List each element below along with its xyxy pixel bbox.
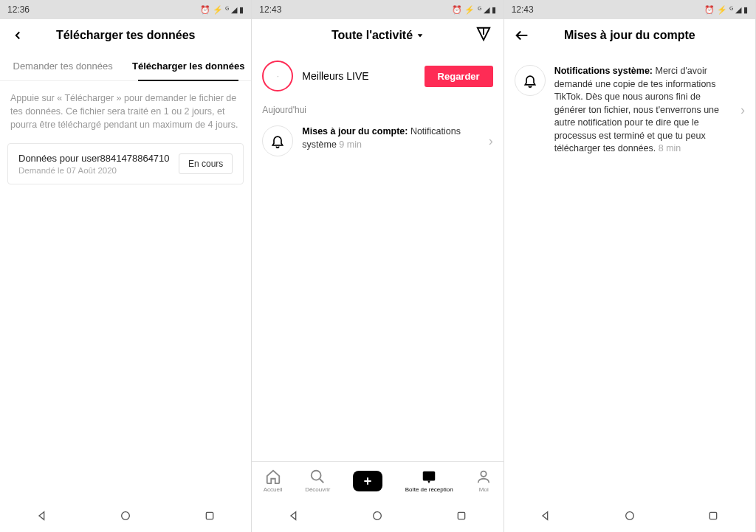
section-today: Aujourd'hui xyxy=(252,100,503,118)
tabs: Demander tes données Télécharger les don… xyxy=(0,52,251,81)
nav-home-icon[interactable] xyxy=(371,510,383,522)
tab-create[interactable] xyxy=(353,471,382,491)
svg-rect-15 xyxy=(458,512,464,519)
tab-inbox[interactable]: Boîte de réception xyxy=(405,469,453,493)
notification-time: 9 min xyxy=(337,139,362,150)
screen-download-data: 12:36 ⏰ ⚡ ᴳ ◢ ▮ Télécharger tes données … xyxy=(0,0,252,532)
activity-dropdown-label: Toute l'activité xyxy=(331,29,413,42)
home-icon xyxy=(265,469,281,485)
nav-home-icon[interactable] xyxy=(120,510,131,522)
inbox-icon xyxy=(421,469,437,485)
notification-row[interactable]: Notifications système: Merci d'avoir dem… xyxy=(504,52,755,163)
tab-inbox-label: Boîte de réception xyxy=(405,486,453,493)
nav-back-icon[interactable] xyxy=(288,510,300,522)
android-nav xyxy=(252,500,503,532)
tab-home-label: Accueil xyxy=(264,486,283,493)
search-icon xyxy=(309,469,326,485)
notification-bold: Mises à jour du compte: xyxy=(302,126,408,137)
notification-text: Notifications système: Merci d'avoir dem… xyxy=(554,65,732,156)
svg-point-12 xyxy=(481,471,487,477)
status-time: 12:36 xyxy=(7,4,30,15)
svg-marker-13 xyxy=(291,512,296,520)
status-bar: 12:36 ⏰ ⚡ ᴳ ◢ ▮ xyxy=(0,0,251,19)
svg-line-7 xyxy=(320,479,324,483)
android-nav xyxy=(0,500,251,532)
profile-icon xyxy=(475,469,492,485)
notification-body: Merci d'avoir demandé une copie de tes i… xyxy=(554,66,719,153)
svg-rect-10 xyxy=(423,471,436,481)
header: Toute l'activité xyxy=(252,19,503,52)
svg-marker-0 xyxy=(39,512,44,520)
nav-back-icon[interactable] xyxy=(36,510,48,522)
svg-point-14 xyxy=(374,512,382,520)
tab-discover-label: Découvrir xyxy=(305,486,330,493)
status-icons: ⏰ ⚡ ᴳ ◢ ▮ xyxy=(200,5,244,15)
nav-recent-icon[interactable] xyxy=(456,510,467,522)
nav-back-icon[interactable] xyxy=(540,510,551,522)
svg-marker-17 xyxy=(543,512,548,520)
nav-home-icon[interactable] xyxy=(624,510,636,522)
tab-request-data[interactable]: Demander tes données xyxy=(0,52,126,80)
svg-rect-2 xyxy=(206,512,213,519)
notification-time: 8 min xyxy=(656,143,681,153)
status-time: 12:43 xyxy=(512,4,534,15)
live-label: Meilleurs LIVE xyxy=(302,70,415,82)
tab-me[interactable]: Moi xyxy=(475,469,492,493)
bottom-tabbar: Accueil Découvrir Boîte de réception Moi xyxy=(252,461,503,500)
chevron-right-icon: › xyxy=(489,134,493,149)
bell-icon xyxy=(515,65,546,96)
svg-rect-19 xyxy=(710,512,717,519)
data-card-subtitle: Demandé le 07 Août 2020 xyxy=(18,166,179,175)
status-bar: 12:43 ⏰ ⚡ ᴳ ◢ ▮ xyxy=(504,0,755,19)
tab-me-label: Moi xyxy=(479,486,489,493)
status-icons: ⏰ ⚡ ᴳ ◢ ▮ xyxy=(704,5,748,15)
tab-download-data[interactable]: Télécharger les données xyxy=(126,52,251,80)
notification-row[interactable]: Mises à jour du compte: Notifications sy… xyxy=(252,118,503,164)
tab-home[interactable]: Accueil xyxy=(264,469,283,493)
page-title: Mises à jour du compte xyxy=(504,29,755,42)
notification-bold: Notifications système: xyxy=(554,66,653,76)
header: Mises à jour du compte xyxy=(504,19,755,52)
live-avatar-icon: · xyxy=(262,61,293,91)
watch-button[interactable]: Regarder xyxy=(425,66,493,87)
nav-recent-icon[interactable] xyxy=(707,510,719,522)
data-request-card: Données pour user8841478864710 Demandé l… xyxy=(7,143,244,184)
svg-point-1 xyxy=(122,512,130,520)
chevron-right-icon: › xyxy=(740,103,745,118)
status-button[interactable]: En cours xyxy=(179,153,233,174)
arrow-back-icon[interactable] xyxy=(513,27,531,44)
plus-icon xyxy=(353,471,382,491)
status-bar: 12:43 ⏰ ⚡ ᴳ ◢ ▮ xyxy=(252,0,503,19)
svg-marker-3 xyxy=(418,34,423,37)
status-time: 12:43 xyxy=(259,4,281,15)
send-icon[interactable] xyxy=(475,26,492,45)
header: Télécharger tes données xyxy=(0,19,251,52)
status-icons: ⏰ ⚡ ᴳ ◢ ▮ xyxy=(452,5,495,15)
screen-activity: 12:43 ⏰ ⚡ ᴳ ◢ ▮ Toute l'activité · Meill… xyxy=(252,0,504,532)
back-icon[interactable] xyxy=(9,27,27,44)
bell-icon xyxy=(262,125,293,156)
page-title: Télécharger tes données xyxy=(0,29,251,42)
screen-account-updates: 12:43 ⏰ ⚡ ᴳ ◢ ▮ Mises à jour du compte N… xyxy=(504,0,756,532)
svg-point-18 xyxy=(625,512,633,520)
live-row[interactable]: · Meilleurs LIVE Regarder xyxy=(252,52,503,100)
chevron-down-icon xyxy=(416,32,424,39)
tab-discover[interactable]: Découvrir xyxy=(305,469,330,493)
svg-marker-11 xyxy=(427,481,430,484)
svg-point-6 xyxy=(312,471,321,480)
data-card-title: Données pour user8841478864710 xyxy=(18,153,179,164)
activity-dropdown[interactable]: Toute l'activité xyxy=(252,29,503,42)
nav-recent-icon[interactable] xyxy=(204,510,216,522)
description-text: Appuie sur « Télécharger » pour demander… xyxy=(0,81,251,139)
notification-text: Mises à jour du compte: Notifications sy… xyxy=(302,125,479,151)
android-nav xyxy=(504,500,755,532)
